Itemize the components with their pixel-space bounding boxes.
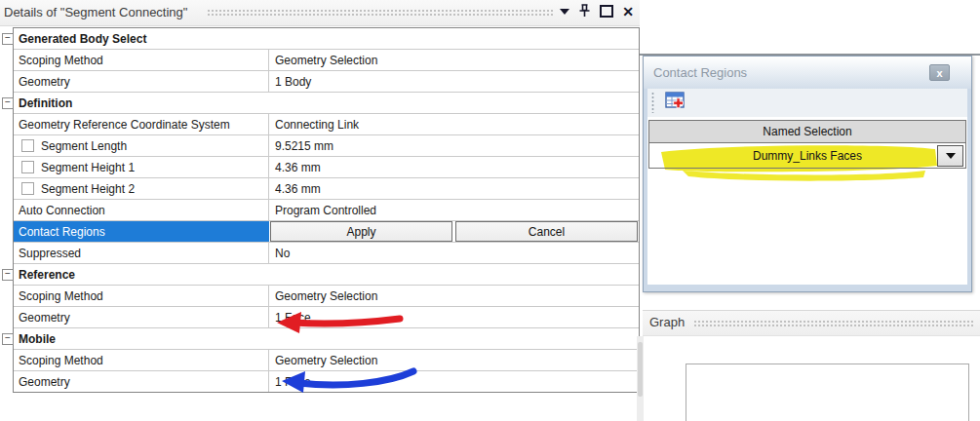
details-row-reference[interactable]: Reference: [14, 264, 639, 286]
graph-header-dotted-fill: [693, 320, 974, 328]
property-name-cell[interactable]: Geometry Reference Coordinate System: [14, 114, 269, 134]
details-row-geometry[interactable]: Geometry1 Face: [14, 371, 639, 392]
graph-plot-area: [686, 364, 969, 421]
collapse-minus-icon[interactable]: [2, 333, 14, 345]
details-row-scoping-method[interactable]: Scoping MethodGeometry Selection: [14, 350, 639, 371]
pin-icon[interactable]: [578, 4, 591, 19]
property-value-cell[interactable]: No: [269, 243, 639, 263]
contact-regions-toolbar: [647, 89, 967, 117]
property-value-cell[interactable]: 9.5215 mm: [269, 135, 639, 156]
property-name-label: Suppressed: [19, 247, 81, 260]
collapse-minus-icon[interactable]: [2, 269, 14, 281]
dropdown-arrow-button[interactable]: [937, 145, 963, 167]
contact-regions-window: Contact Regions x Named Selection: [643, 56, 972, 292]
property-name-label: Geometry: [19, 75, 70, 89]
property-name-label: Geometry Reference Coordinate System: [19, 118, 230, 132]
property-name-label: Segment Length: [41, 139, 127, 153]
titlebar-dotted-fill: [207, 9, 554, 18]
property-value-cell[interactable]: 1 Body: [269, 71, 639, 92]
details-panel-titlebar: Details of "Segment Connecting" ✕: [0, 0, 640, 26]
property-name-label: Geometry: [19, 311, 70, 325]
close-icon[interactable]: ✕: [622, 5, 634, 19]
section-label: Mobile: [14, 328, 56, 349]
window-menu-caret-icon[interactable]: [560, 9, 569, 15]
details-row-segment-height-1[interactable]: Segment Height 14.36 mm: [14, 157, 639, 178]
section-label: Generated Body Select: [14, 28, 146, 49]
details-row-generated-body-select[interactable]: Generated Body Select: [14, 28, 639, 50]
checkbox[interactable]: [21, 182, 34, 195]
details-panel-title: Details of "Segment Connecting": [4, 5, 187, 19]
graph-panel-header: Graph: [643, 310, 980, 336]
contact-regions-close-button[interactable]: x: [929, 64, 950, 81]
ansys-mechanical-workspace: Details of "Segment Connecting" ✕ Genera…: [0, 0, 980, 421]
details-row-auto-connection[interactable]: Auto ConnectionProgram Controlled: [14, 200, 639, 221]
add-contact-table-icon[interactable]: [665, 92, 688, 114]
property-name-cell[interactable]: Segment Height 2: [14, 178, 269, 199]
property-value-cell[interactable]: 4.36 mm: [269, 178, 639, 199]
apply-button[interactable]: Apply: [270, 221, 452, 242]
checkbox[interactable]: [21, 139, 34, 152]
details-row-geometry[interactable]: Geometry1 Body: [14, 71, 639, 93]
property-name-label: Contact Regions: [19, 225, 105, 239]
details-row-segment-height-2[interactable]: Segment Height 24.36 mm: [14, 178, 639, 200]
property-name-cell[interactable]: Geometry: [14, 371, 269, 392]
checkbox[interactable]: [21, 161, 34, 173]
property-value-cell[interactable]: 1 Face: [269, 371, 639, 392]
details-row-suppressed[interactable]: SuppressedNo: [14, 243, 639, 264]
section-label: Definition: [14, 93, 72, 113]
property-name-cell[interactable]: Contact Regions: [14, 221, 269, 242]
section-label: Reference: [14, 264, 75, 285]
property-name-label: Scoping Method: [19, 54, 103, 67]
property-name-cell[interactable]: Segment Height 1: [14, 157, 269, 177]
property-value-cell[interactable]: Program Controlled: [269, 200, 639, 220]
property-name-cell[interactable]: Scoping Method: [14, 350, 269, 370]
details-row-contact-regions[interactable]: Contact RegionsApplyCancel: [14, 221, 639, 243]
property-value-cell[interactable]: Geometry Selection: [269, 286, 639, 306]
cancel-button[interactable]: Cancel: [455, 221, 638, 242]
contact-regions-content: Named Selection Dummy_Links Faces: [647, 117, 967, 285]
property-name-cell[interactable]: Segment Length: [14, 135, 269, 156]
property-name-label: Auto Connection: [19, 204, 105, 217]
property-value-cell[interactable]: 4.36 mm: [269, 157, 639, 177]
property-value-cell[interactable]: Geometry Selection: [269, 50, 639, 70]
details-row-scoping-method[interactable]: Scoping MethodGeometry Selection: [14, 50, 639, 71]
property-name-label: Geometry: [19, 375, 70, 389]
property-name-label: Segment Height 1: [41, 161, 135, 174]
details-row-segment-length[interactable]: Segment Length9.5215 mm: [14, 135, 639, 157]
details-table: Generated Body SelectScoping MethodGeome…: [13, 27, 640, 393]
property-name-label: Segment Height 2: [41, 182, 135, 196]
named-selection-table: Named Selection Dummy_Links Faces: [648, 120, 966, 169]
named-selection-row[interactable]: Dummy_Links Faces: [648, 143, 966, 169]
named-selection-header: Named Selection: [648, 120, 966, 143]
contact-regions-title: Contact Regions: [653, 65, 747, 80]
float-window-icon[interactable]: [600, 5, 613, 18]
property-value-cell[interactable]: Connecting Link: [269, 114, 639, 134]
details-row-scoping-method[interactable]: Scoping MethodGeometry Selection: [14, 286, 639, 307]
property-name-cell[interactable]: Scoping Method: [14, 50, 269, 70]
details-row-geometry[interactable]: Geometry1 Face: [14, 307, 639, 328]
property-name-cell[interactable]: Auto Connection: [14, 200, 269, 220]
property-value-cell: ApplyCancel: [269, 221, 639, 242]
scrollbar-thumb[interactable]: [638, 342, 643, 397]
property-name-label: Scoping Method: [19, 289, 103, 303]
collapse-minus-icon[interactable]: [2, 33, 14, 45]
property-name-cell[interactable]: Suppressed: [14, 243, 269, 263]
contact-regions-titlebar[interactable]: Contact Regions x: [644, 57, 971, 89]
collapse-minus-icon[interactable]: [2, 97, 14, 109]
property-name-cell[interactable]: Geometry: [14, 307, 269, 327]
toolbar-grip-icon: [651, 92, 654, 113]
property-value-cell[interactable]: Geometry Selection: [269, 350, 639, 370]
property-name-cell[interactable]: Scoping Method: [14, 286, 269, 306]
graph-panel-title: Graph: [649, 315, 685, 329]
details-row-mobile[interactable]: Mobile: [14, 328, 639, 350]
details-row-definition[interactable]: Definition: [14, 93, 639, 114]
graph-vertical-scrollbar[interactable]: [637, 336, 644, 421]
property-name-cell[interactable]: Geometry: [14, 71, 269, 92]
named-selection-value[interactable]: Dummy_Links Faces: [753, 149, 862, 163]
details-row-geometry-reference-coordinate-system[interactable]: Geometry Reference Coordinate SystemConn…: [14, 114, 639, 135]
property-name-label: Scoping Method: [19, 354, 103, 367]
property-value-cell[interactable]: 1 Face: [269, 307, 639, 327]
